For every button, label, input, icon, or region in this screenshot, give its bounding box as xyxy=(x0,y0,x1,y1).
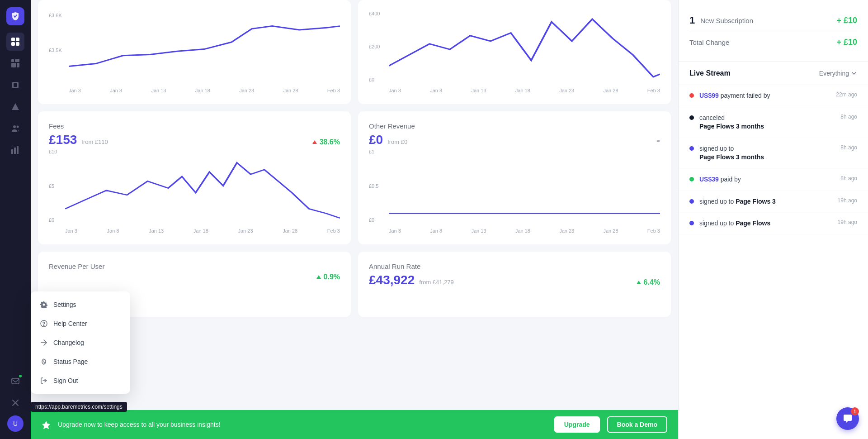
stream-content-1: canceled Page Flows 3 months xyxy=(699,114,835,131)
revenue-per-user-title: Revenue Per User xyxy=(49,262,340,270)
stream-item-1: canceled Page Flows 3 months 8h ago xyxy=(679,107,868,138)
banner-text: Upgrade now to keep access to all your b… xyxy=(58,421,547,428)
fees-x4: Jan 18 xyxy=(193,228,208,234)
stream-item-3: US$39 paid by 8h ago xyxy=(679,169,868,191)
stream-time-0: 22m ago xyxy=(836,91,857,98)
other-revenue-title: Other Revenue xyxy=(369,122,660,130)
svg-rect-13 xyxy=(14,148,16,154)
svg-rect-5 xyxy=(15,59,19,62)
other-revenue-from: from £0 xyxy=(387,138,407,145)
svg-rect-7 xyxy=(17,63,19,67)
chevron-down-icon xyxy=(851,70,857,76)
stream-dot-4 xyxy=(689,199,694,204)
chart1-x5: Jan 23 xyxy=(239,88,254,93)
stream-dot-0 xyxy=(689,93,694,98)
new-subscription-row: 1 New Subscription + £10 xyxy=(689,9,857,32)
settings-icon xyxy=(40,301,48,309)
status-icon xyxy=(40,358,48,366)
stream-time-4: 19h ago xyxy=(838,197,857,204)
stream-dot-2 xyxy=(689,146,694,151)
chart2-x5: Jan 23 xyxy=(559,88,574,93)
stream-dot-3 xyxy=(689,177,694,181)
stream-content-3: US$39 paid by xyxy=(699,175,835,184)
other-x6: Jan 28 xyxy=(604,228,618,234)
other-x4: Jan 18 xyxy=(515,228,530,234)
svg-point-10 xyxy=(13,125,16,128)
svg-rect-1 xyxy=(16,38,19,41)
other-revenue-chart-svg xyxy=(389,149,660,223)
stream-content-2: signed up to Page Flows 3 months xyxy=(699,144,835,162)
live-stream-title: Live Stream xyxy=(689,69,731,77)
chart2-svg xyxy=(389,11,660,82)
svg-rect-4 xyxy=(11,59,14,62)
fees-from: from £110 xyxy=(81,138,108,145)
chat-bubble[interactable]: 1 xyxy=(836,407,859,430)
menu-item-changelog[interactable]: Changelog xyxy=(31,333,130,352)
signout-label: Sign Out xyxy=(53,377,78,384)
settings-label: Settings xyxy=(53,301,76,308)
metric-card-fees: Fees £153 from £110 38.6% £10 £5 £0 xyxy=(38,111,351,244)
book-demo-button[interactable]: Book a Demo xyxy=(607,416,667,433)
chat-badge: 1 xyxy=(851,407,859,415)
svg-rect-2 xyxy=(11,42,15,46)
status-label: Status Page xyxy=(53,358,88,365)
live-stream-section: Live Stream Everything US$99 payment fai… xyxy=(679,62,868,439)
url-tooltip: https://app.baremetrics.com/settings xyxy=(31,402,127,412)
sidebar-item-analytics[interactable] xyxy=(6,54,24,72)
stream-item-5: signed up to Page Flows 19h ago xyxy=(679,213,868,235)
annual-run-rate-change: 6.4% xyxy=(637,278,660,286)
menu-item-signout[interactable]: Sign Out xyxy=(31,371,130,390)
fees-value: £153 xyxy=(49,133,77,147)
sidebar-item-mail[interactable] xyxy=(6,372,24,390)
other-x2: Jan 8 xyxy=(430,228,442,234)
logo[interactable] xyxy=(6,7,24,25)
chart1-y3: £3.6K xyxy=(49,13,62,18)
chat-icon xyxy=(843,414,853,424)
chart1-x4: Jan 18 xyxy=(195,88,210,93)
stream-dot-5 xyxy=(689,221,694,225)
menu-item-status[interactable]: Status Page xyxy=(31,352,130,371)
right-panel: 1 New Subscription + £10 Total Change + … xyxy=(678,0,868,439)
svg-rect-6 xyxy=(11,63,16,67)
menu-item-settings[interactable]: Settings xyxy=(31,295,130,314)
sidebar-item-cross[interactable] xyxy=(6,394,24,412)
live-stream-filter[interactable]: Everything xyxy=(819,70,857,77)
sidebar-item-dashboard[interactable] xyxy=(6,33,24,51)
changelog-label: Changelog xyxy=(53,339,84,346)
subscription-summary: 1 New Subscription + £10 Total Change + … xyxy=(679,0,868,62)
total-change-row: Total Change + £10 xyxy=(689,32,857,52)
stream-content-4: signed up to Page Flows 3 xyxy=(699,197,832,206)
sidebar-item-triangle[interactable] xyxy=(6,98,24,116)
upgrade-button[interactable]: Upgrade xyxy=(554,416,600,433)
sidebar-item-layers[interactable] xyxy=(6,76,24,94)
chart1-x1: Jan 3 xyxy=(69,88,81,93)
chart2-x3: Jan 13 xyxy=(471,88,486,93)
help-label: Help Center xyxy=(53,320,87,327)
other-y2: £0.5 xyxy=(369,183,378,189)
other-x7: Feb 3 xyxy=(647,228,660,234)
svg-rect-16 xyxy=(12,378,19,384)
sidebar-item-barchart[interactable] xyxy=(6,141,24,159)
sidebar-avatar[interactable]: U xyxy=(7,415,24,432)
chart1-x7: Feb 3 xyxy=(327,88,340,93)
menu-item-help[interactable]: Help Center xyxy=(31,314,130,333)
svg-point-20 xyxy=(43,325,44,325)
metric-card-other-revenue: Other Revenue £0 from £0 - £1 £0.5 £0 xyxy=(358,111,671,244)
subscription-count: 1 xyxy=(689,14,695,26)
chart2-y1: £0 xyxy=(369,77,380,82)
stream-item-4: signed up to Page Flows 3 19h ago xyxy=(679,191,868,213)
fees-x5: Jan 23 xyxy=(238,228,253,234)
stream-time-2: 8h ago xyxy=(840,144,857,151)
subscription-value: + £10 xyxy=(836,16,857,25)
svg-point-18 xyxy=(43,304,45,306)
annual-run-rate-title: Annual Run Rate xyxy=(369,262,660,270)
stream-time-5: 19h ago xyxy=(838,219,857,225)
chart2-y3: £400 xyxy=(369,11,380,16)
other-revenue-change: - xyxy=(656,134,660,147)
sidebar-item-users[interactable] xyxy=(6,119,24,138)
other-x3: Jan 13 xyxy=(471,228,486,234)
metric-card-annual-run-rate: Annual Run Rate £43,922 from £41,279 6.4… xyxy=(358,252,671,317)
total-change-label: Total Change xyxy=(689,38,729,46)
annual-run-rate-from: from £41,279 xyxy=(419,279,454,286)
stream-item-2: signed up to Page Flows 3 months 8h ago xyxy=(679,138,868,169)
